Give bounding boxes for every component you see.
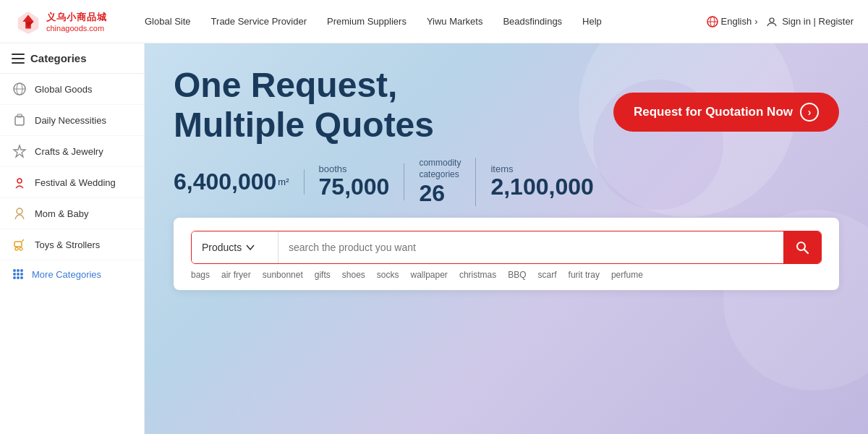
stat-categories: commoditycategories 26 (419, 158, 476, 205)
mom-baby-icon (12, 205, 27, 221)
language-chevron: › (754, 16, 757, 27)
sidebar-item-global-goods[interactable]: Global Goods (0, 74, 144, 105)
hero-content: One Request, Multiple Quotes Request for… (174, 65, 839, 434)
header: 义乌小商品城 chinagoods.com Global Site Trade … (0, 0, 868, 43)
nav-global-site[interactable]: Global Site (145, 16, 191, 27)
sidebar-item-toys-strollers[interactable]: Toys & Strollers (0, 229, 144, 260)
svg-point-27 (17, 276, 20, 279)
auth-divider: | (814, 16, 819, 27)
search-tag-bbq[interactable]: BBQ (508, 270, 526, 280)
search-tag-socks[interactable]: socks (377, 270, 399, 280)
main-area: Categories Global Goods Daily Necessitie… (0, 43, 868, 434)
sign-in-link[interactable]: Sign in (782, 16, 811, 27)
stat-area-value: 6,400,000 (174, 169, 276, 195)
sidebar-item-daily-necessities[interactable]: Daily Necessities (0, 105, 144, 136)
categories-header: Categories (30, 52, 87, 64)
svg-point-20 (13, 269, 16, 272)
globe-icon (707, 16, 718, 27)
search-tag-shoes[interactable]: shoes (342, 270, 365, 280)
sidebar-item-label: Mom & Baby (35, 208, 88, 219)
nav-premium-suppliers[interactable]: Premium Suppliers (327, 16, 407, 27)
stat-categories-value: 26 (419, 181, 445, 206)
search-input[interactable] (278, 231, 783, 263)
festival-wedding-icon (12, 174, 27, 190)
stats-row: 6,400,000m² booths 75,000 commoditycateg… (174, 158, 839, 205)
crafts-jewelry-icon (12, 143, 27, 159)
search-container: Products bags air fryer sunbonnet gifts … (174, 218, 839, 290)
sidebar-item-mom-baby[interactable]: Mom & Baby (0, 198, 144, 229)
stat-area-unit: m² (278, 176, 289, 187)
stat-booths-label: booths (319, 163, 347, 174)
svg-rect-8 (12, 62, 25, 64)
svg-point-24 (17, 273, 20, 276)
svg-point-28 (20, 276, 23, 279)
search-category-dropdown[interactable]: Products (192, 231, 278, 263)
svg-rect-6 (12, 54, 25, 55)
svg-point-23 (13, 273, 16, 276)
logo[interactable]: 义乌小商品城 chinagoods.com (14, 8, 145, 35)
svg-point-21 (17, 269, 20, 272)
sidebar-item-crafts-jewelry[interactable]: Crafts & Jewelry (0, 136, 144, 167)
nav-help[interactable]: Help (582, 16, 602, 27)
rfq-button-label: Request for Quotation Now (634, 105, 793, 119)
sidebar-item-label: Festival & Wedding (35, 177, 116, 188)
header-right: English › Sign in | Register (707, 16, 854, 27)
nav-trade-service[interactable]: Trade Service Provider (211, 16, 307, 27)
search-button[interactable] (783, 231, 821, 263)
search-tag-furit-tray[interactable]: furit tray (569, 270, 600, 280)
language-selector[interactable]: English › (707, 16, 758, 27)
svg-point-19 (20, 247, 22, 250)
search-row: Products (191, 231, 822, 264)
search-tag-bags[interactable]: bags (191, 270, 210, 280)
stat-items: items 2,100,000 (490, 163, 608, 200)
search-tag-gifts[interactable]: gifts (315, 270, 331, 280)
rfq-arrow-icon: › (800, 103, 819, 122)
svg-marker-14 (14, 145, 25, 157)
search-category-label: Products (202, 242, 242, 253)
sidebar-item-festival-wedding[interactable]: Festival & Wedding (0, 167, 144, 198)
rfq-button[interactable]: Request for Quotation Now › (613, 93, 839, 132)
nav-beadsfindings[interactable]: Beadsfindings (503, 16, 562, 27)
search-tag-air-fryer[interactable]: air fryer (221, 270, 251, 280)
search-tag-scarf[interactable]: scarf (538, 270, 557, 280)
svg-rect-12 (15, 116, 24, 125)
svg-point-26 (13, 276, 16, 279)
svg-line-30 (804, 250, 808, 253)
search-tag-christmas[interactable]: christmas (459, 270, 496, 280)
stat-items-value: 2,100,000 (490, 174, 593, 200)
svg-point-5 (770, 18, 774, 22)
svg-point-15 (17, 179, 22, 183)
global-goods-icon (12, 81, 27, 97)
search-icon (795, 240, 809, 255)
hero-headline: One Request, Multiple Quotes (174, 65, 434, 145)
svg-point-22 (20, 269, 23, 272)
sidebar-item-label: Crafts & Jewelry (35, 146, 103, 157)
dropdown-arrow-icon (246, 244, 255, 250)
stat-value: 6,400,000m² (174, 169, 289, 195)
logo-chinese: 义乌小商品城 (46, 11, 107, 24)
more-categories-icon (12, 268, 25, 281)
search-tag-perfume[interactable]: perfume (611, 270, 643, 280)
sidebar-header: Categories (0, 43, 144, 74)
logo-icon (14, 8, 42, 35)
nav-yiwu-markets[interactable]: Yiwu Markets (427, 16, 483, 27)
sidebar-item-label: Toys & Strollers (35, 239, 100, 250)
hero-top: One Request, Multiple Quotes Request for… (174, 65, 839, 145)
user-icon (767, 17, 777, 27)
sidebar-more-categories[interactable]: More Categories (0, 260, 144, 288)
stat-categories-label: commoditycategories (419, 158, 461, 180)
toys-strollers-icon (12, 237, 27, 252)
search-tag-sunbonnet[interactable]: sunbonnet (263, 270, 303, 280)
main-nav: Global Site Trade Service Provider Premi… (145, 16, 707, 27)
register-link[interactable]: Register (819, 16, 854, 27)
logo-text: 义乌小商品城 chinagoods.com (46, 11, 107, 33)
auth-links: Sign in | Register (767, 16, 854, 27)
svg-rect-17 (14, 242, 22, 247)
stat-booths: booths 75,000 (319, 163, 405, 200)
stat-area: 6,400,000m² (174, 169, 305, 195)
menu-icon (12, 54, 25, 64)
svg-point-16 (17, 208, 22, 214)
language-label: English (721, 16, 752, 27)
stat-booths-value: 75,000 (319, 174, 390, 200)
search-tag-wallpaper[interactable]: wallpaper (411, 270, 448, 280)
